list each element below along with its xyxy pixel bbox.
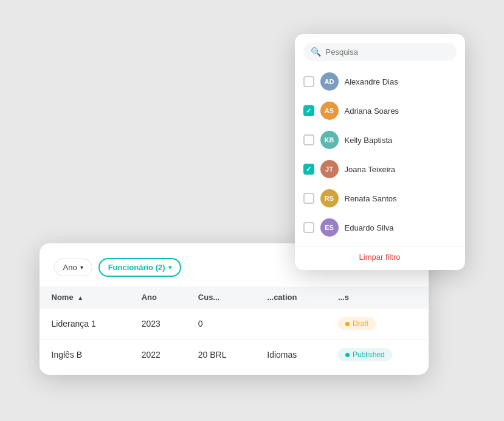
funcionario-filter-label: Funcionário (2) (108, 263, 165, 272)
col-status: ...s (326, 287, 429, 308)
avatar: AS (320, 102, 339, 120)
avatar: AD (320, 72, 339, 91)
cell-custo: 0 (186, 308, 255, 339)
status-badge: Draft (338, 317, 376, 330)
ano-chevron-icon: ▾ (80, 264, 83, 271)
search-input[interactable] (326, 47, 449, 57)
person-name: Joana Teixeira (345, 165, 457, 174)
search-box: 🔍 (303, 43, 457, 61)
search-icon: 🔍 (311, 47, 321, 57)
col-ano: Ano (129, 287, 186, 308)
cell-category: Idiomas (255, 339, 326, 371)
cell-nome: Liderança 1 (40, 308, 129, 339)
person-name: Alexandre Dias (345, 77, 457, 86)
cell-status: Draft (326, 308, 429, 339)
checkbox-unchecked (303, 193, 314, 204)
checkbox-checked: ✓ (303, 105, 314, 116)
dropdown-person-item[interactable]: ES Eduardo Silva (295, 213, 465, 242)
dropdown-person-item[interactable]: ✓ JT Joana Teixeira (295, 155, 465, 184)
dropdown-person-item[interactable]: RS Renata Santos (295, 184, 465, 213)
dropdown-person-item[interactable]: AD Alexandre Dias (295, 67, 465, 96)
status-dot (345, 322, 350, 326)
person-name: Renata Santos (345, 194, 457, 203)
avatar: JT (320, 160, 339, 178)
checkbox-unchecked (303, 222, 314, 233)
person-name: Eduardo Silva (345, 223, 457, 232)
dropdown-person-item[interactable]: KB Kelly Baptista (295, 125, 465, 155)
cell-ano: 2022 (129, 339, 186, 371)
cell-category (255, 308, 326, 339)
table-row: Inglês B 2022 20 BRL Idiomas Published (40, 339, 429, 371)
cell-nome: Inglês B (40, 339, 129, 371)
employee-filter-dropdown: 🔍 AD Alexandre Dias ✓ AS Adriana Soares … (295, 34, 465, 270)
person-name: Adriana Soares (345, 106, 457, 116)
avatar: KB (320, 131, 339, 149)
funcionario-filter-button[interactable]: Funcionário (2) ▾ (98, 258, 181, 277)
table-row: Liderança 1 2023 0 Draft (40, 308, 429, 339)
avatar: RS (320, 189, 339, 207)
ano-filter-button[interactable]: Ano ▾ (54, 259, 92, 276)
sort-arrow-icon: ▲ (77, 294, 83, 301)
ano-filter-label: Ano (63, 263, 77, 272)
checkbox-unchecked (303, 134, 314, 145)
people-list: AD Alexandre Dias ✓ AS Adriana Soares KB… (295, 67, 465, 242)
courses-table: Nome ▲ Ano Cus... ...cation ...s Lideran… (40, 287, 429, 370)
clear-filter-button[interactable]: Limpar filtro (295, 246, 465, 268)
col-category: ...cation (255, 287, 326, 308)
checkbox-checked: ✓ (303, 164, 314, 175)
table-header-row: Nome ▲ Ano Cus... ...cation ...s (40, 287, 429, 308)
status-dot (345, 353, 350, 357)
funcionario-chevron-icon: ▾ (168, 264, 171, 271)
cell-status: Published (326, 339, 429, 371)
dropdown-person-item[interactable]: ✓ AS Adriana Soares (295, 96, 465, 125)
person-name: Kelly Baptista (345, 136, 457, 145)
col-nome: Nome ▲ (40, 287, 129, 308)
cell-custo: 20 BRL (186, 339, 255, 371)
status-badge: Published (338, 348, 392, 361)
checkbox-unchecked (303, 76, 314, 87)
col-custo: Cus... (186, 287, 255, 308)
avatar: ES (320, 218, 339, 237)
cell-ano: 2023 (129, 308, 186, 339)
